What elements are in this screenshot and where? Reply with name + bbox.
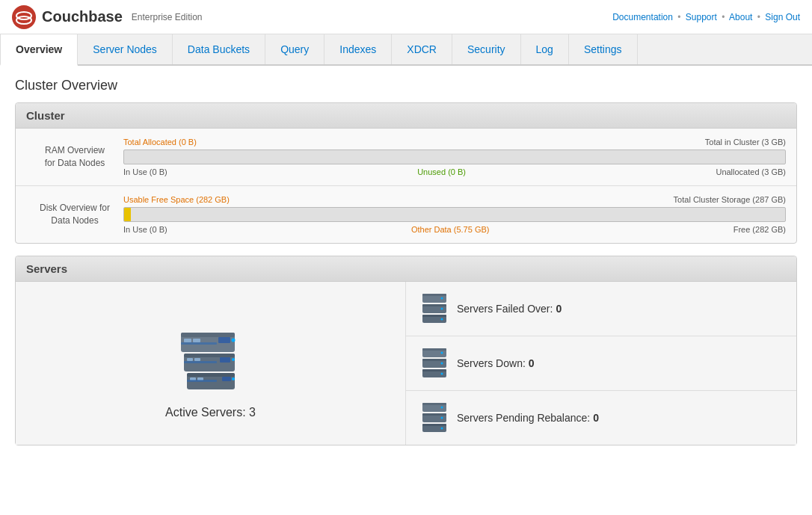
disk-label: Disk Overview for Data Nodes: [26, 202, 123, 227]
svg-point-20: [231, 339, 235, 342]
svg-rect-13: [220, 357, 230, 363]
svg-rect-37: [422, 359, 446, 361]
servers-right: Servers Failed Over: 0: [406, 282, 796, 445]
servers-failed-over-value: 0: [556, 303, 562, 315]
cluster-panel-body: RAM Overview for Data Nodes Total Alloca…: [16, 129, 796, 243]
svg-rect-7: [222, 377, 231, 381]
svg-rect-21: [187, 380, 217, 382]
server-pending-icon: [421, 401, 448, 434]
ram-bar-header: Total Allocated (0 B) Total in Cluster (…: [123, 138, 786, 147]
main-content: Cluster Overview Cluster RAM Overview fo…: [0, 66, 812, 469]
active-servers-label: Active Servers: 3: [165, 406, 256, 419]
svg-rect-19: [218, 337, 230, 343]
nav-item-data-buckets[interactable]: Data Buckets: [173, 34, 265, 64]
disk-content: Usable Free Space (282 GB) Total Cluster…: [123, 195, 786, 234]
servers-left: Active Servers: 3: [16, 282, 406, 445]
couchbase-logo-icon: [12, 5, 36, 29]
svg-rect-16: [181, 333, 235, 337]
servers-panel: Servers: [15, 256, 797, 445]
servers-down-value: 0: [529, 357, 535, 369]
servers-failed-over-stat: Servers Failed Over: 0: [406, 282, 796, 336]
svg-rect-40: [422, 348, 446, 351]
nav-item-xdcr[interactable]: XDCR: [392, 34, 452, 64]
svg-rect-43: [422, 424, 446, 426]
ram-total-cluster: Total in Cluster (3 GB): [705, 138, 786, 147]
svg-point-41: [441, 352, 443, 354]
page-title: Cluster Overview: [15, 78, 797, 93]
nav-item-indexes[interactable]: Indexes: [325, 34, 392, 64]
disk-bar-footer: In Use (0 B) Other Data (5.75 GB) Free (…: [123, 225, 786, 234]
app-header: Couchbase Enterprise Edition Documentati…: [0, 0, 812, 34]
logo-area: Couchbase Enterprise Edition: [12, 5, 203, 29]
svg-point-14: [232, 358, 235, 361]
nav-item-overview[interactable]: Overview: [0, 34, 78, 66]
disk-total-cluster: Total Cluster Storage (287 GB): [674, 195, 786, 204]
svg-point-8: [232, 377, 235, 380]
about-link[interactable]: About: [729, 12, 752, 22]
svg-rect-10: [184, 354, 235, 357]
svg-rect-31: [422, 294, 446, 296]
disk-other-data: Other Data (5.75 GB): [411, 225, 490, 234]
ram-in-use: In Use (0 B): [123, 167, 167, 176]
svg-point-32: [441, 297, 443, 300]
header-links: Documentation • Support • About • Sign O…: [612, 12, 800, 22]
svg-point-29: [441, 308, 443, 310]
server-failed-over-icon: [421, 292, 448, 325]
svg-rect-34: [422, 369, 446, 371]
servers-down-label: Servers Down:: [457, 357, 526, 369]
svg-rect-23: [181, 342, 217, 345]
disk-bar-header: Usable Free Space (282 GB) Total Cluster…: [123, 195, 786, 204]
nav-item-settings[interactable]: Settings: [569, 34, 638, 64]
cluster-panel-header: Cluster: [16, 103, 796, 129]
main-nav: Overview Server Nodes Data Buckets Query…: [0, 34, 812, 66]
server-stack-icon: [173, 307, 248, 397]
disk-usable-free: Usable Free Space (282 GB): [123, 195, 230, 204]
ram-overview-row: RAM Overview for Data Nodes Total Alloca…: [16, 129, 796, 186]
documentation-link[interactable]: Documentation: [612, 12, 673, 22]
svg-point-47: [441, 417, 443, 419]
nav-item-security[interactable]: Security: [452, 34, 521, 64]
svg-point-35: [441, 373, 443, 375]
nav-item-query[interactable]: Query: [265, 34, 325, 64]
nav-item-server-nodes[interactable]: Server Nodes: [78, 34, 173, 64]
svg-point-44: [441, 428, 443, 430]
disk-overview-row: Disk Overview for Data Nodes Usable Free…: [16, 186, 796, 243]
servers-body: Active Servers: 3: [16, 282, 796, 445]
server-down-icon: [421, 347, 448, 380]
servers-panel-header: Servers: [16, 256, 796, 282]
edition-text: Enterprise Edition: [132, 12, 203, 22]
ram-bar: [123, 149, 786, 164]
servers-pending-label: Servers Pending Rebalance:: [457, 412, 590, 424]
svg-point-38: [441, 363, 443, 365]
svg-rect-28: [422, 304, 446, 306]
disk-inuse-fill: [124, 208, 131, 221]
servers-failed-over-label: Servers Failed Over:: [457, 303, 553, 315]
ram-unallocated: Unallocated (3 GB): [716, 167, 786, 176]
svg-rect-46: [422, 413, 446, 416]
svg-rect-25: [422, 315, 446, 317]
ram-total-allocated: Total Allocated (0 B): [123, 138, 197, 147]
cluster-panel: Cluster RAM Overview for Data Nodes Tota…: [15, 102, 797, 244]
svg-rect-11: [187, 358, 193, 361]
support-link[interactable]: Support: [686, 12, 717, 22]
disk-in-use: In Use (0 B): [123, 225, 167, 234]
svg-rect-22: [184, 361, 217, 363]
svg-rect-17: [184, 339, 191, 342]
ram-content: Total Allocated (0 B) Total in Cluster (…: [123, 138, 786, 176]
servers-down-stat: Servers Down: 0: [406, 336, 796, 391]
servers-pending-value: 0: [593, 412, 599, 424]
svg-rect-18: [193, 339, 200, 342]
sign-out-link[interactable]: Sign Out: [765, 12, 800, 22]
svg-rect-49: [422, 403, 446, 405]
svg-rect-4: [187, 373, 235, 377]
logo-text: Couchbase: [42, 8, 123, 25]
servers-pending-rebalance-stat: Servers Pending Rebalance: 0: [406, 391, 796, 445]
svg-point-50: [441, 407, 443, 409]
disk-free: Free (282 GB): [733, 225, 786, 234]
ram-label: RAM Overview for Data Nodes: [26, 144, 123, 170]
ram-bar-footer: In Use (0 B) Unused (0 B) Unallocated (3…: [123, 167, 786, 176]
svg-point-26: [441, 318, 443, 321]
svg-rect-12: [194, 358, 200, 361]
ram-unused: Unused (0 B): [417, 167, 466, 176]
nav-item-log[interactable]: Log: [521, 34, 569, 64]
